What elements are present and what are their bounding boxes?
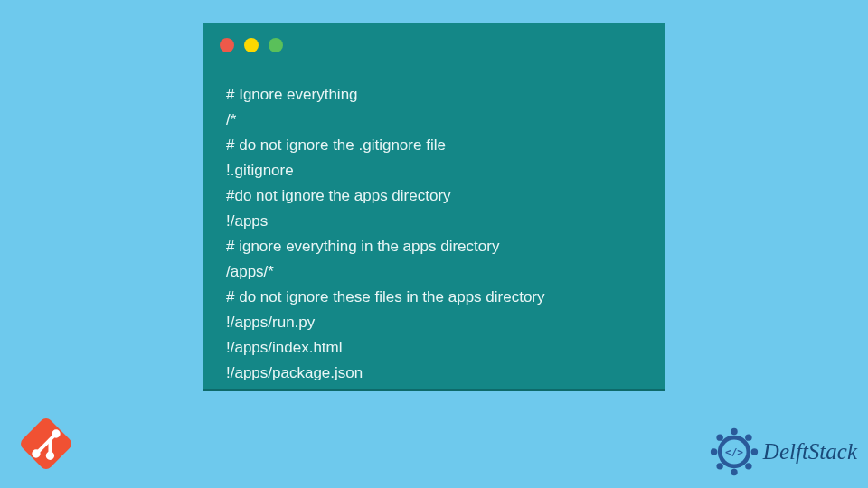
code-line: # do not ignore these files in the apps … bbox=[226, 285, 646, 310]
code-line: # do not ignore the .gitignore file bbox=[226, 133, 646, 158]
code-line: # Ignore everything bbox=[226, 82, 646, 108]
window-controls bbox=[220, 38, 283, 52]
svg-point-11 bbox=[716, 463, 722, 469]
code-line: # ignore everything in the apps director… bbox=[226, 234, 646, 259]
code-line: !/apps/package.json bbox=[226, 361, 646, 386]
delftstack-logo: </> DelftStack bbox=[709, 427, 857, 477]
code-line: !.gitignore bbox=[226, 158, 646, 183]
code-line: !/apps/run.py bbox=[226, 310, 646, 335]
git-logo-icon bbox=[11, 408, 81, 479]
close-dot-icon bbox=[220, 38, 234, 52]
svg-point-13 bbox=[716, 434, 722, 440]
code-line: #do not ignore the apps directory bbox=[226, 183, 646, 209]
minimize-dot-icon bbox=[244, 38, 259, 52]
svg-text:</>: </> bbox=[725, 446, 743, 458]
code-content: # Ignore everything /* # do not ignore t… bbox=[226, 82, 646, 386]
code-line: !/apps/index.html bbox=[226, 335, 646, 361]
delftstack-badge-icon: </> bbox=[709, 427, 760, 477]
delftstack-name: DelftStack bbox=[763, 439, 857, 465]
svg-point-8 bbox=[751, 448, 758, 455]
code-line: /* bbox=[226, 108, 646, 133]
code-line: /apps/* bbox=[226, 259, 646, 285]
maximize-dot-icon bbox=[269, 38, 283, 52]
svg-point-12 bbox=[711, 448, 717, 455]
code-window: # Ignore everything /* # do not ignore t… bbox=[203, 23, 665, 391]
svg-point-10 bbox=[731, 469, 737, 475]
code-line: !/apps bbox=[226, 209, 646, 234]
svg-point-7 bbox=[745, 434, 751, 440]
svg-point-6 bbox=[731, 428, 737, 435]
svg-point-9 bbox=[745, 463, 751, 469]
